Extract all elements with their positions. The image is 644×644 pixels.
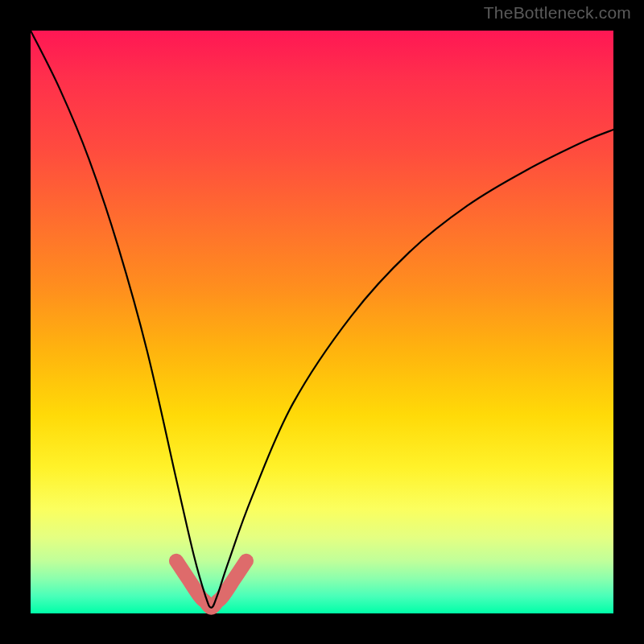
plot-area <box>31 31 613 613</box>
chart-frame: TheBottleneck.com <box>0 0 644 644</box>
watermark-text: TheBottleneck.com <box>484 3 631 23</box>
curve-layer <box>31 31 613 613</box>
bottleneck-curve-path <box>31 31 613 608</box>
valley-marker-path <box>176 561 246 608</box>
